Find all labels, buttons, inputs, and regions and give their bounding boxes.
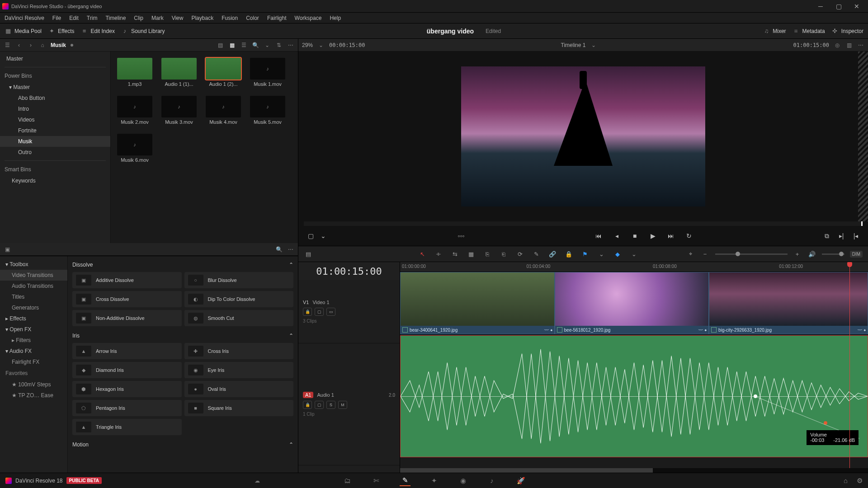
bin-breadcrumb[interactable]: Musik xyxy=(51,42,66,48)
viewer-zoom[interactable]: 29% xyxy=(302,42,313,48)
search-icon[interactable]: 🔍 xyxy=(252,42,259,49)
dual-viewer-icon[interactable]: ▥ xyxy=(845,42,853,49)
bin-item[interactable]: Fortnite xyxy=(0,125,110,136)
more-icon[interactable]: ⋯ xyxy=(857,42,864,49)
disable-track-btn[interactable]: ▭ xyxy=(326,308,335,316)
fx-item[interactable]: ◆Diamond Iris xyxy=(72,362,182,378)
chevron-down-icon[interactable]: ⌄ xyxy=(317,42,325,49)
lock-track-btn[interactable]: 🔒 xyxy=(303,308,312,316)
clip-thumb-selected[interactable]: Audio 1 (2)... xyxy=(206,58,241,87)
bin-item[interactable]: Intro xyxy=(0,103,110,114)
timeline-view-icon[interactable]: ▤ xyxy=(304,249,313,258)
zoom-slider[interactable] xyxy=(715,253,788,255)
overwrite-icon[interactable]: ⎗ xyxy=(499,249,508,258)
dim-badge[interactable]: DIM xyxy=(850,251,863,258)
fav-item[interactable]: ★ TP ZO… Ease xyxy=(0,390,67,401)
clip-thumb[interactable]: ♪Musik 1.mov xyxy=(250,58,285,87)
home-icon[interactable]: ⌂ xyxy=(39,42,46,49)
page-color-icon[interactable]: ◉ xyxy=(458,475,468,486)
collapse-icon[interactable]: ⌃ xyxy=(289,333,293,339)
track-header-v1[interactable]: V1Video 1 🔒▢▭ 3 Clips xyxy=(298,280,400,343)
chevron-down-icon[interactable]: ⌄ xyxy=(590,42,597,49)
cloud-icon[interactable]: ☁ xyxy=(255,478,260,484)
trim-tool-icon[interactable]: ⟛ xyxy=(434,249,443,258)
play-icon[interactable]: ▶ xyxy=(649,232,657,240)
video-clip[interactable]: big-city-2926633_1920.jpg〰 ◆ xyxy=(709,272,868,334)
video-clip[interactable]: bear-3400641_1920.jpg〰 ◆ xyxy=(400,272,555,334)
panel-toggle-effects[interactable]: ✦Effects xyxy=(48,28,74,35)
clip-thumb[interactable]: ♪Musik 5.mov xyxy=(250,96,285,125)
audio-track-a1[interactable]: Volume -00:03 -21.06 dB xyxy=(400,335,868,457)
fx-item[interactable]: ○Blur Dissolve xyxy=(184,272,294,288)
pointer-tool-icon[interactable]: ↖ xyxy=(418,249,427,258)
chevron-down-icon[interactable]: ⌄ xyxy=(597,249,606,258)
panel-toggle-editindex[interactable]: ≡Edit Index xyxy=(81,28,115,35)
track-header-a1[interactable]: A1Audio 12.0 🔒 ▢ S M 1 Clip xyxy=(298,343,400,465)
video-track-v1[interactable]: bear-3400641_1920.jpg〰 ◆ bee-5618012_192… xyxy=(400,272,868,335)
thumb-view-icon[interactable]: ▦ xyxy=(228,42,236,49)
goto-start-icon[interactable]: ⏮ xyxy=(594,232,603,240)
menu-item[interactable]: Workspace xyxy=(295,15,322,21)
volume-line[interactable] xyxy=(401,396,868,397)
auto-select-btn[interactable]: ▢ xyxy=(315,401,324,409)
fx-item[interactable]: ▣Additive Dissolve xyxy=(72,272,182,288)
clip-thumb[interactable]: ♪Musik 2.mov xyxy=(117,96,152,125)
clip-thumb[interactable]: ♪Musik 3.mov xyxy=(161,96,197,125)
horizontal-scrollbar[interactable] xyxy=(400,468,653,473)
menu-item[interactable]: File xyxy=(52,15,61,21)
bin-master[interactable]: Master xyxy=(0,53,110,64)
viewer-image[interactable] xyxy=(461,66,705,206)
next-edit-icon[interactable]: |◂ xyxy=(852,232,860,240)
fx-item[interactable]: ◍Smooth Cut xyxy=(184,310,294,326)
menu-item[interactable]: Clip xyxy=(134,15,143,21)
panel-toggle-inspector[interactable]: ✜Inspector xyxy=(831,28,863,35)
fx-cat-videotrans[interactable]: Video Transitions xyxy=(0,270,67,281)
fx-cat-audiotrans[interactable]: Audio Transitions xyxy=(0,281,67,291)
menu-item[interactable]: Help xyxy=(330,15,341,21)
match-frame-icon[interactable]: ⧉ xyxy=(823,232,831,240)
fav-item[interactable]: ★ 100mV Steps xyxy=(0,379,67,390)
clip-thumb[interactable]: ♪Musik 6.mov xyxy=(117,134,152,163)
lock-track-btn[interactable]: 🔒 xyxy=(303,401,312,409)
fx-item[interactable]: ✚Cross Iris xyxy=(184,343,294,359)
window-maximize-icon[interactable]: ▢ xyxy=(830,0,848,13)
fx-item[interactable]: ▣Cross Dissolve xyxy=(72,291,182,307)
volume-icon[interactable]: 🔊 xyxy=(807,249,816,258)
panel-toggle-soundlib[interactable]: ♪Sound Library xyxy=(121,28,165,35)
settings-icon[interactable]: ⚙ xyxy=(857,477,863,485)
menu-item[interactable]: Edit xyxy=(69,15,79,21)
home-icon[interactable]: ⌂ xyxy=(844,477,848,485)
goto-end-icon[interactable]: ⏭ xyxy=(667,232,675,240)
timeline-ruler[interactable]: 01:00:00:00 01:00:04:00 01:00:08:00 01:0… xyxy=(400,262,868,272)
mute-btn[interactable]: M xyxy=(338,401,347,409)
viewer-scrubber[interactable] xyxy=(304,221,863,226)
fx-item[interactable]: ⬢Hexagon Iris xyxy=(72,381,182,397)
fx-cat-audiofx[interactable]: ▾ Audio FX xyxy=(0,346,67,357)
menu-item[interactable]: DaVinci Resolve xyxy=(5,15,44,21)
fx-item[interactable]: ◐Dip To Color Dissolve xyxy=(184,291,294,307)
fx-item[interactable]: ▲Arrow Iris xyxy=(72,343,182,359)
fx-cat-filters[interactable]: ▸ Filters xyxy=(0,335,67,346)
stop-icon[interactable]: ■ xyxy=(631,232,639,240)
search-icon[interactable]: 🔍 xyxy=(275,246,283,253)
bin-item-selected[interactable]: Musik xyxy=(0,136,110,147)
page-fairlight-icon[interactable]: ♪ xyxy=(486,475,497,486)
auto-select-btn[interactable]: ▢ xyxy=(315,308,324,316)
fx-cat-titles[interactable]: Titles xyxy=(0,291,67,302)
more-icon[interactable]: ⋯ xyxy=(287,246,294,253)
fx-item[interactable]: ▲Triangle Iris xyxy=(72,419,182,435)
clip-thumb[interactable]: ♪Musik 4.mov xyxy=(206,96,241,125)
more-dots-icon[interactable]: ◦◦◦ xyxy=(457,232,465,240)
timeline-name[interactable]: Timeline 1 xyxy=(561,42,586,48)
blade-tool-icon[interactable]: ▦ xyxy=(467,249,476,258)
prev-edit-icon[interactable]: ▸| xyxy=(837,232,845,240)
viewer-mode-icon[interactable]: ▢ xyxy=(307,232,315,240)
fx-cat-toolbox[interactable]: ▾ Toolbox xyxy=(0,259,67,270)
panel-toggle-mediapool[interactable]: ▦Media Pool xyxy=(5,28,42,35)
clip-thumb[interactable]: 1.mp3 xyxy=(117,58,152,87)
nav-back-icon[interactable]: ‹ xyxy=(15,42,23,49)
solo-btn[interactable]: S xyxy=(326,401,335,409)
link-icon[interactable]: 🔗 xyxy=(548,249,557,258)
step-back-icon[interactable]: ◂ xyxy=(613,232,621,240)
lock-icon[interactable]: 🔒 xyxy=(564,249,573,258)
